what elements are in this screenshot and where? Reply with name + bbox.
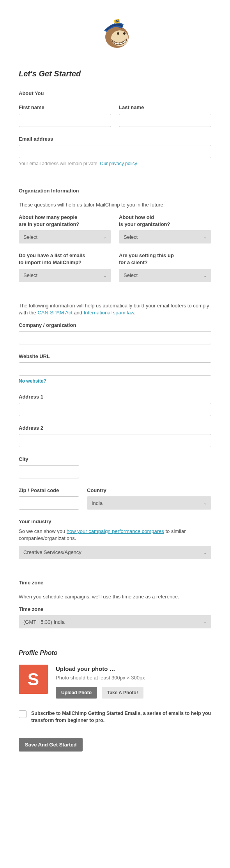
- zip-label: Zip / Postal code: [19, 487, 79, 494]
- subscribe-label: Subscribe to MailChimp Getting Started E…: [31, 710, 211, 724]
- intl-spam-link[interactable]: International spam law: [84, 310, 134, 316]
- email-label: Email address: [19, 136, 211, 143]
- company-input[interactable]: [19, 331, 211, 344]
- no-website-link[interactable]: No website?: [19, 378, 46, 385]
- mailchimp-logo-icon: M: [99, 16, 131, 51]
- website-input[interactable]: [19, 362, 211, 376]
- upload-title: Upload your photo …: [56, 665, 145, 673]
- address2-label: Address 2: [19, 425, 211, 432]
- timezone-select[interactable]: (GMT +5:30) India⌄: [19, 615, 211, 628]
- footer-compliance-text: The following information will help us a…: [19, 302, 211, 316]
- city-label: City: [19, 456, 211, 463]
- industry-select[interactable]: Creative Services/Agency⌄: [19, 546, 211, 559]
- zip-input[interactable]: [19, 496, 79, 510]
- chevron-down-icon: ⌄: [203, 501, 207, 505]
- org-age-label: About how oldis your organization?: [119, 214, 211, 228]
- timezone-heading: Time zone: [19, 579, 211, 586]
- chevron-down-icon: ⌄: [203, 620, 207, 624]
- privacy-policy-link[interactable]: Our privacy policy: [100, 161, 137, 166]
- take-photo-button[interactable]: Take A Photo!: [102, 687, 143, 699]
- profile-photo-heading: Profile Photo: [19, 649, 211, 657]
- svg-point-6: [117, 32, 119, 35]
- industry-label: Your industry: [19, 518, 211, 525]
- section-about-you: About You: [19, 90, 211, 97]
- chevron-down-icon: ⌄: [203, 550, 207, 554]
- chevron-down-icon: ⌄: [203, 235, 207, 239]
- industry-compare-link[interactable]: how your campaign performance compares: [67, 528, 164, 534]
- org-list-label: Do you have a list of emailsto import in…: [19, 252, 111, 266]
- save-and-get-started-button[interactable]: Save And Get Started: [19, 738, 83, 752]
- email-hint: Your email address will remain private. …: [19, 161, 211, 167]
- org-client-label: Are you setting this upfor a client?: [119, 252, 211, 266]
- subscribe-checkbox[interactable]: [19, 710, 27, 718]
- avatar: S: [19, 665, 48, 694]
- country-label: Country: [87, 487, 211, 494]
- logo-wrap: M: [19, 16, 211, 53]
- chevron-down-icon: ⌄: [103, 235, 106, 239]
- chevron-down-icon: ⌄: [203, 273, 207, 277]
- last-name-label: Last name: [119, 104, 211, 111]
- address2-input[interactable]: [19, 434, 211, 447]
- org-list-select[interactable]: Select⌄: [19, 269, 111, 282]
- org-client-select[interactable]: Select⌄: [119, 269, 211, 282]
- timezone-label: Time zone: [19, 606, 211, 613]
- upload-photo-button[interactable]: Upload Photo: [56, 687, 97, 699]
- industry-hint: So we can show you how your campaign per…: [19, 528, 211, 542]
- section-org-info: Organization Information: [19, 187, 211, 194]
- country-select[interactable]: India⌄: [87, 496, 211, 510]
- timezone-intro: When you schedule campaigns, we'll use t…: [19, 593, 211, 600]
- address1-label: Address 1: [19, 393, 211, 400]
- city-input[interactable]: [19, 465, 79, 478]
- company-label: Company / organization: [19, 322, 211, 329]
- org-intro: These questions will help us tailor Mail…: [19, 201, 211, 208]
- last-name-input[interactable]: [119, 114, 211, 127]
- org-age-select[interactable]: Select⌄: [119, 230, 211, 243]
- page-heading: Let's Get Started: [19, 68, 211, 79]
- chevron-down-icon: ⌄: [103, 273, 106, 277]
- address1-input[interactable]: [19, 403, 211, 416]
- upload-subtitle: Photo should be at least 300px × 300px: [56, 674, 145, 681]
- org-people-label: About how many peopleare in your organiz…: [19, 214, 111, 228]
- first-name-input[interactable]: [19, 114, 111, 127]
- website-label: Website URL: [19, 353, 211, 360]
- can-spam-link[interactable]: CAN-SPAM Act: [37, 310, 72, 316]
- email-input[interactable]: [19, 145, 211, 158]
- org-people-select[interactable]: Select⌄: [19, 230, 111, 243]
- svg-point-7: [123, 32, 126, 35]
- first-name-label: First name: [19, 104, 111, 111]
